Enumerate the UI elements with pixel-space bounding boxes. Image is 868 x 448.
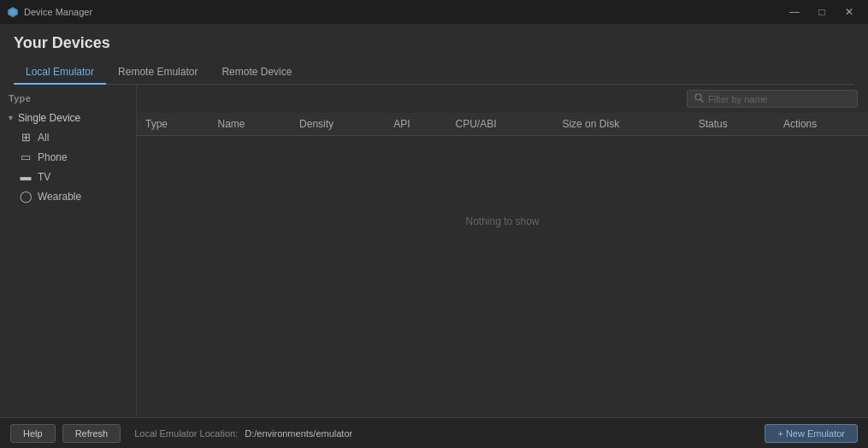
app-title-bar-text: Device Manager [24,7,92,17]
title-bar-left: Device Manager [7,6,92,18]
sidebar-single-device-title[interactable]: ▼ Single Device [0,109,136,127]
search-box [687,90,858,108]
title-bar: Device Manager — □ ✕ [0,0,868,24]
refresh-button[interactable]: Refresh [62,424,121,443]
col-api: API [385,113,446,136]
tab-local-emulator[interactable]: Local Emulator [14,61,106,85]
sidebar-item-wearable[interactable]: ◯ Wearable [0,186,136,206]
app-header: Your Devices Local Emulator Remote Emula… [0,24,868,85]
sidebar-item-phone[interactable]: ▭ Phone [0,147,136,167]
location-path: D:/environments/emulator [245,428,352,439]
tabs: Local Emulator Remote Emulator Remote De… [14,61,854,85]
title-bar-controls: — □ ✕ [782,0,861,24]
sidebar-group-single-device: ▼ Single Device ⊞ All ▭ Phone ▬ TV ◯ W [0,109,136,206]
main-container: Your Devices Local Emulator Remote Emula… [0,24,868,448]
sidebar: Type ▼ Single Device ⊞ All ▭ Phone ▬ TV [0,85,137,417]
close-button[interactable]: ✕ [837,0,861,24]
svg-point-0 [695,94,701,100]
new-emulator-button[interactable]: + New Emulator [765,424,858,443]
content-area: Type ▼ Single Device ⊞ All ▭ Phone ▬ TV [0,85,868,417]
sidebar-item-all-label: All [38,132,49,144]
maximize-button[interactable]: □ [810,0,834,24]
svg-line-1 [701,100,704,103]
device-table-wrapper: Type Name Density API CPU/ABI Size on Di… [137,113,868,417]
sidebar-item-all[interactable]: ⊞ All [0,127,136,147]
sidebar-group-label: Single Device [18,112,80,124]
sidebar-item-tv[interactable]: ▬ TV [0,167,136,186]
empty-message: Nothing to show [137,136,868,307]
app-icon [7,6,19,18]
footer: Help Refresh Local Emulator Location: D:… [0,417,868,448]
sidebar-item-tv-label: TV [38,171,50,183]
tab-remote-device[interactable]: Remote Device [210,61,304,85]
wearable-icon: ◯ [19,190,32,203]
search-icon [694,93,704,104]
chevron-down-icon: ▼ [7,114,15,122]
sidebar-item-wearable-label: Wearable [38,191,81,203]
sidebar-type-header: Type [0,90,136,107]
col-actions: Actions [775,113,868,136]
search-input[interactable] [708,94,850,104]
device-table: Type Name Density API CPU/ABI Size on Di… [137,113,868,136]
col-sizeondisk: Size on Disk [553,113,689,136]
col-density: Density [291,113,385,136]
help-button[interactable]: Help [10,424,56,443]
tv-icon: ▬ [19,170,32,183]
minimize-button[interactable]: — [782,0,806,24]
phone-icon: ▭ [19,150,32,163]
sidebar-item-phone-label: Phone [38,151,68,163]
location-label: Local Emulator Location: [134,428,238,439]
col-type: Type [137,113,210,136]
table-toolbar [137,85,868,113]
all-icon: ⊞ [19,131,32,144]
table-header-row: Type Name Density API CPU/ABI Size on Di… [137,113,868,136]
app-title: Your Devices [14,34,854,52]
col-status: Status [690,113,775,136]
col-cpuabi: CPU/ABI [447,113,554,136]
tab-remote-emulator[interactable]: Remote Emulator [106,61,210,85]
col-name: Name [210,113,292,136]
main-panel: Type Name Density API CPU/ABI Size on Di… [137,85,868,417]
